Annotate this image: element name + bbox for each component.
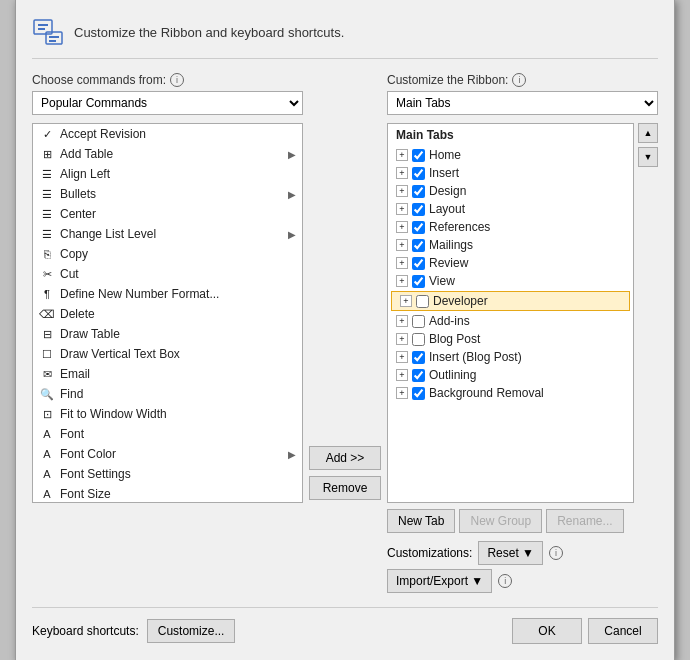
list-item[interactable]: ¶Define New Number Format... bbox=[33, 284, 302, 304]
command-label: Font Color bbox=[60, 447, 116, 461]
ribbon-item-label: Outlining bbox=[429, 368, 476, 382]
list-item[interactable]: AFont bbox=[33, 424, 302, 444]
command-label: Fit to Window Width bbox=[60, 407, 167, 421]
ribbon-item[interactable]: +Insert (Blog Post) bbox=[388, 348, 633, 366]
expand-button[interactable]: + bbox=[396, 315, 408, 327]
expand-button[interactable]: + bbox=[396, 203, 408, 215]
ribbon-item[interactable]: +Review bbox=[388, 254, 633, 272]
command-icon: A bbox=[39, 446, 55, 462]
ok-button[interactable]: OK bbox=[512, 618, 582, 644]
ribbon-item[interactable]: +Add-ins bbox=[388, 312, 633, 330]
commands-from-dropdown[interactable]: Popular Commands bbox=[32, 91, 303, 115]
ribbon-checkbox[interactable] bbox=[412, 221, 425, 234]
list-item[interactable]: ⊞Add Table▶ bbox=[33, 144, 302, 164]
ribbon-checkbox[interactable] bbox=[412, 167, 425, 180]
customize-ribbon-dropdown[interactable]: Main Tabs bbox=[387, 91, 658, 115]
ribbon-item[interactable]: +References bbox=[388, 218, 633, 236]
list-item[interactable]: AFont Color▶ bbox=[33, 444, 302, 464]
expand-button[interactable]: + bbox=[396, 185, 408, 197]
expand-button[interactable]: + bbox=[400, 295, 412, 307]
list-item[interactable]: 🔍Find bbox=[33, 384, 302, 404]
list-item[interactable]: ✉Email bbox=[33, 364, 302, 384]
commands-list[interactable]: ✓Accept Revision⊞Add Table▶☰Align Left☰B… bbox=[32, 123, 303, 503]
rename-button[interactable]: Rename... bbox=[546, 509, 623, 533]
ribbon-checkbox[interactable] bbox=[412, 369, 425, 382]
list-item[interactable]: AFont Settings bbox=[33, 464, 302, 484]
expand-button[interactable]: + bbox=[396, 369, 408, 381]
list-item[interactable]: ✂Cut bbox=[33, 264, 302, 284]
command-icon: ¶ bbox=[39, 286, 55, 302]
scroll-up-button[interactable]: ▲ bbox=[638, 123, 658, 143]
ribbon-checkbox[interactable] bbox=[416, 295, 429, 308]
list-item[interactable]: ⊟Draw Table bbox=[33, 324, 302, 344]
list-item[interactable]: ☰Align Left bbox=[33, 164, 302, 184]
ribbon-item[interactable]: +Mailings bbox=[388, 236, 633, 254]
ribbon-checkbox[interactable] bbox=[412, 239, 425, 252]
ribbon-item[interactable]: +Design bbox=[388, 182, 633, 200]
ribbon-item[interactable]: +Home bbox=[388, 146, 633, 164]
reset-info-icon[interactable]: i bbox=[549, 546, 563, 560]
expand-button[interactable]: + bbox=[396, 351, 408, 363]
ribbon-item[interactable]: +View bbox=[388, 272, 633, 290]
list-item[interactable]: ⌫Delete bbox=[33, 304, 302, 324]
list-item[interactable]: ☰Bullets▶ bbox=[33, 184, 302, 204]
import-export-button[interactable]: Import/Export ▼ bbox=[387, 569, 492, 593]
list-item[interactable]: ⊡Fit to Window Width bbox=[33, 404, 302, 424]
new-tab-button[interactable]: New Tab bbox=[387, 509, 455, 533]
expand-button[interactable]: + bbox=[396, 257, 408, 269]
ribbon-item[interactable]: +Insert bbox=[388, 164, 633, 182]
cancel-button[interactable]: Cancel bbox=[588, 618, 658, 644]
dialog-header: Customize the Ribbon and keyboard shortc… bbox=[32, 16, 658, 59]
expand-button[interactable]: + bbox=[396, 387, 408, 399]
ribbon-item[interactable]: +Outlining bbox=[388, 366, 633, 384]
ribbon-checkbox[interactable] bbox=[412, 185, 425, 198]
expand-button[interactable]: + bbox=[396, 221, 408, 233]
right-info-icon[interactable]: i bbox=[512, 73, 526, 87]
ribbon-item-label: Layout bbox=[429, 202, 465, 216]
command-label: Center bbox=[60, 207, 96, 221]
command-label: Font Size bbox=[60, 487, 111, 501]
scroll-down-button[interactable]: ▼ bbox=[638, 147, 658, 167]
ribbon-item[interactable]: +Layout bbox=[388, 200, 633, 218]
ribbon-checkbox[interactable] bbox=[412, 351, 425, 364]
list-item[interactable]: ✓Accept Revision bbox=[33, 124, 302, 144]
ribbon-item[interactable]: +Developer bbox=[391, 291, 630, 311]
footer-buttons: OK Cancel bbox=[512, 618, 658, 644]
ribbon-item[interactable]: +Background Removal bbox=[388, 384, 633, 402]
command-icon: ⊞ bbox=[39, 146, 55, 162]
command-arrow: ▶ bbox=[288, 149, 296, 160]
new-group-button[interactable]: New Group bbox=[459, 509, 542, 533]
ribbon-item-label: View bbox=[429, 274, 455, 288]
customize-shortcuts-button[interactable]: Customize... bbox=[147, 619, 236, 643]
import-export-row: Import/Export ▼ i bbox=[387, 569, 658, 593]
import-export-info-icon[interactable]: i bbox=[498, 574, 512, 588]
ribbon-checkbox[interactable] bbox=[412, 333, 425, 346]
ribbon-checkbox[interactable] bbox=[412, 315, 425, 328]
list-item[interactable]: AFont Size bbox=[33, 484, 302, 503]
list-item[interactable]: ⎘Copy bbox=[33, 244, 302, 264]
list-item[interactable]: ☐Draw Vertical Text Box bbox=[33, 344, 302, 364]
command-arrow: ▶ bbox=[288, 229, 296, 240]
add-button[interactable]: Add >> bbox=[309, 446, 381, 470]
reset-button[interactable]: Reset ▼ bbox=[478, 541, 543, 565]
expand-button[interactable]: + bbox=[396, 167, 408, 179]
ribbon-checkbox[interactable] bbox=[412, 275, 425, 288]
command-label: Cut bbox=[60, 267, 79, 281]
expand-button[interactable]: + bbox=[396, 333, 408, 345]
remove-button[interactable]: Remove bbox=[309, 476, 381, 500]
ribbon-checkbox[interactable] bbox=[412, 257, 425, 270]
ribbon-item-label: Insert (Blog Post) bbox=[429, 350, 522, 364]
expand-button[interactable]: + bbox=[396, 149, 408, 161]
ribbon-checkbox[interactable] bbox=[412, 203, 425, 216]
expand-button[interactable]: + bbox=[396, 275, 408, 287]
ribbon-item-label: Background Removal bbox=[429, 386, 544, 400]
ribbon-item[interactable]: +Blog Post bbox=[388, 330, 633, 348]
ribbon-item-label: Mailings bbox=[429, 238, 473, 252]
list-item[interactable]: ☰Center bbox=[33, 204, 302, 224]
ribbon-list[interactable]: Main Tabs+Home+Insert+Design+Layout+Refe… bbox=[387, 123, 634, 503]
left-info-icon[interactable]: i bbox=[170, 73, 184, 87]
ribbon-checkbox[interactable] bbox=[412, 149, 425, 162]
expand-button[interactable]: + bbox=[396, 239, 408, 251]
list-item[interactable]: ☰Change List Level▶ bbox=[33, 224, 302, 244]
ribbon-checkbox[interactable] bbox=[412, 387, 425, 400]
